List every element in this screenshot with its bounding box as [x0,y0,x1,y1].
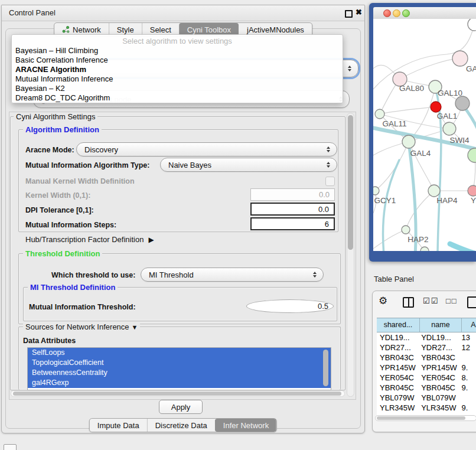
algorithm-dropdown-popup: Select algorithm to view settings Bayesi… [11,34,343,103]
table-row[interactable]: YPR145WYPR145W9. [377,363,476,373]
algorithm-option-mutual-information-inference[interactable]: Mutual Information Inference [12,74,343,84]
kernel-width-label: Kernel Width (0,1): [25,191,90,200]
which-threshold-select[interactable]: MI Threshold [141,268,324,282]
algorithm-option-basic-correlation-inference[interactable]: Basic Correlation Inference [12,56,343,65]
column-header-shared[interactable]: shared... [377,318,420,332]
table-row[interactable]: YBR043CYBR043C [377,353,476,363]
select-all-checkbox-icon[interactable]: ☑☑ [423,297,439,305]
table-cell: YPR145W [377,363,418,373]
tab-discretize-data[interactable]: Discretize Data [147,419,215,432]
export-table-icon[interactable] [467,296,476,308]
table-horizontal-scrollbar[interactable] [375,415,476,421]
hub-tf-definition-toggle[interactable]: Hub/Transcription Factor Definition▶ [25,235,154,244]
table-row[interactable]: YDL19...YDL19...13 [377,332,476,343]
node-label-gal: GAL [466,64,476,73]
float-window-icon[interactable] [345,10,353,18]
control-panel-titlebar: Control Panel ✖ [2,5,364,21]
network-node[interactable] [431,102,441,112]
table-header-row: shared...nameA [377,318,476,332]
close-traffic-light-icon[interactable] [383,9,391,17]
tab-label: Style [117,25,134,34]
table-cell: YDL19... [377,332,418,343]
table-cell: YLR345W [377,403,418,413]
table-cell [458,353,476,363]
dropdown-placeholder: Select algorithm to view settings [12,36,343,46]
table-cell: 8. [458,373,476,383]
network-node-y[interactable] [468,185,476,196]
network-node[interactable] [455,96,470,110]
minimize-traffic-light-icon[interactable] [393,9,400,17]
algorithm-option-bayesian-hill-climbing[interactable]: Bayesian – Hill Climbing [12,46,343,56]
mi-steps-field[interactable]: 6 [250,217,335,230]
close-icon[interactable]: ✖ [356,8,362,17]
panel-title: Control Panel [9,5,56,21]
sources-group-title[interactable]: Sources for Network Inference▼ [23,322,140,331]
column-layout-icon[interactable] [403,297,414,308]
column-header-a[interactable]: A [462,318,476,332]
vertical-scrollbar-thumb[interactable] [348,115,353,250]
table-cell: YDR27... [377,343,418,353]
table-scrollbar-thumb[interactable] [377,416,465,420]
settings-horizontal-scrollbar[interactable] [11,390,345,397]
kernel-width-field[interactable]: 0.0 [250,188,335,201]
attribute-item-betweennesscentrality[interactable]: BetweennessCentrality [28,368,331,378]
table-cell: 12 [458,343,476,353]
table-row[interactable]: YBR045CYBR045C9. [377,383,476,393]
gear-icon[interactable]: ⚙ [379,296,387,306]
network-nodes: GALGAL80GAL10GAL1GAL11GAL4SWI4GCY1HAP4YH… [373,19,476,251]
control-panel-window: Control Panel ✖ NetworkStyleSelectCyni T… [1,5,365,433]
algorithm-option-dream8-dc-tdc-algorithm[interactable]: Dream8 DC_TDC Algorithm [12,93,343,103]
dpi-tolerance-field[interactable]: 0.0 [250,203,335,216]
table-cell [458,393,476,403]
mi-algorithm-type-label: Mutual Information Algorithm Type: [25,161,149,169]
mi-threshold-field[interactable]: 0.5 [246,299,334,313]
settings-vertical-scrollbar[interactable] [347,113,354,397]
table-row[interactable]: YLR345WYLR345W9. [377,403,476,413]
horizontal-scrollbar-thumb[interactable] [13,392,341,396]
data-attributes-label: Data Attributes [23,337,76,345]
table-cell: YDL19... [418,332,458,343]
deselect-all-checkbox-icon[interactable]: □□ [446,297,458,305]
network-node-hap4[interactable] [428,185,440,197]
attribute-item-selfloops[interactable]: SelfLoops [28,348,331,358]
data-attributes-list: SelfLoopsTopologicalCoefficientBetweenne… [27,347,331,390]
network-node-gal11[interactable] [375,109,384,119]
table-cell: 9. [458,383,476,393]
cyni-settings-group-title: Cyni Algorithm Settings [14,112,97,121]
algorithm-option-bayesian-k2[interactable]: Bayesian – K2 [12,84,343,93]
tab-label: Network [73,25,101,34]
stepper-arrows-icon [327,162,330,168]
algorithm-option-aracne-algorithm[interactable]: ARACNE Algorithm [12,65,343,74]
list-scrollbar-thumb[interactable] [323,350,328,386]
attribute-item-gal4rgexp[interactable]: gal4RGexp [28,378,331,388]
table-row[interactable]: YBL079WYBL079W [377,393,476,403]
network-node-swi4[interactable] [468,148,476,162]
network-node-hap2[interactable] [402,226,410,234]
apply-button[interactable]: Apply [159,400,203,414]
node-label-gal11: GAL11 [382,119,406,128]
network-node-gal4[interactable] [402,135,415,148]
node-label-hap2: HAP2 [407,235,428,244]
node-label-gal1: GAL1 [437,112,458,120]
table-cell: 9. [458,363,476,373]
manual-kernel-width-checkbox[interactable] [325,177,335,186]
network-graph: GALGAL80GAL10GAL1GAL11GAL4SWI4GCY1HAP4YH… [373,19,476,251]
network-node-gcy1[interactable] [373,187,379,195]
network-node[interactable] [468,19,476,31]
table-cell: YBR045C [418,383,458,393]
table-cell: YER054C [418,373,458,383]
network-node-gal1[interactable] [443,122,456,135]
tab-infer-network[interactable]: Infer Network [215,419,276,432]
tab-impute-data[interactable]: Impute Data [90,419,147,432]
network-canvas[interactable]: GALGAL80GAL10GAL1GAL11GAL4SWI4GCY1HAP4YH… [373,19,476,251]
table-row[interactable]: YER054CYER054C8. [377,373,476,383]
table-row[interactable]: YDR27...YDR27...12 [377,343,476,353]
column-header-name[interactable]: name [420,318,462,332]
bottom-left-partial-icon[interactable] [4,444,17,450]
zoom-traffic-light-icon[interactable] [402,9,410,17]
mi-algorithm-type-select[interactable]: Naive Bayes [160,158,337,172]
stepper-arrows-icon [313,272,317,278]
which-threshold-label: Which threshold to use: [51,271,135,279]
attribute-item-topologicalcoefficient[interactable]: TopologicalCoefficient [28,358,331,368]
aracne-mode-select[interactable]: Discovery [76,142,337,156]
